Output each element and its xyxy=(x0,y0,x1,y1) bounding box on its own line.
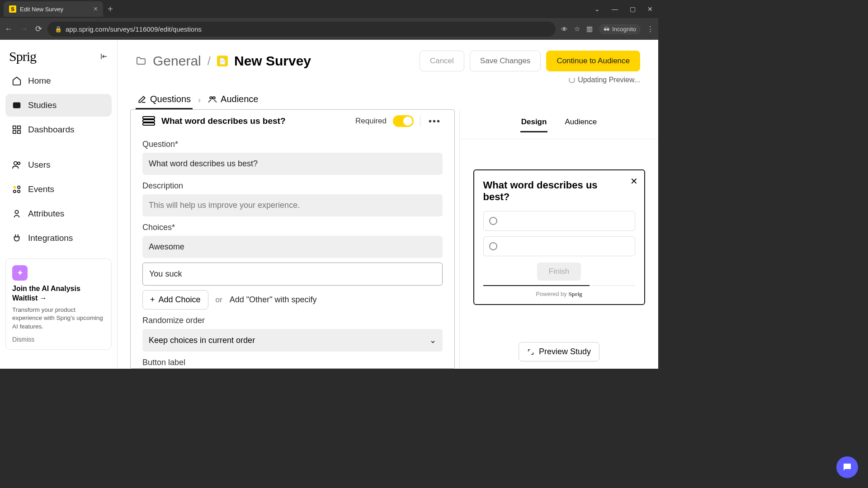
reload-icon[interactable]: ⟳ xyxy=(35,24,42,34)
dashboards-icon xyxy=(12,125,22,135)
ai-card-dismiss[interactable]: Dismiss xyxy=(12,336,105,343)
widget-option[interactable] xyxy=(483,236,635,256)
browser-chrome: S Edit New Survey × + ⌄ — ▢ ✕ ← → ⟳ 🔒 ap… xyxy=(0,0,658,40)
studies-icon xyxy=(12,100,22,110)
progress-bar xyxy=(483,285,635,286)
tab-audience[interactable]: Audience xyxy=(206,90,260,109)
svg-point-13 xyxy=(213,97,215,99)
kebab-icon[interactable]: ⋮ xyxy=(647,25,654,33)
editor-column: 4 What word describes us best? Required … xyxy=(118,109,459,369)
sidebar-item-integrations[interactable]: Integrations xyxy=(5,227,112,249)
question-field-label: Question* xyxy=(142,140,443,149)
preview-tab-audience[interactable]: Audience xyxy=(564,116,598,132)
sidebar-item-attributes[interactable]: Attributes xyxy=(5,202,112,225)
collapse-icon[interactable] xyxy=(100,52,108,61)
add-choice-button[interactable]: + Add Choice xyxy=(142,290,208,310)
chevron-down-icon: ⌄ xyxy=(429,335,436,345)
ai-card-title[interactable]: Join the AI Analysis Waitlist → xyxy=(12,284,105,303)
question-input[interactable] xyxy=(142,153,443,175)
incognito-badge[interactable]: 🕶 Incognito xyxy=(599,24,641,34)
sidebar-item-users[interactable]: Users xyxy=(5,154,112,176)
add-other-link[interactable]: Add "Other" with specify xyxy=(230,295,317,305)
updating-preview-status: Updating Preview... xyxy=(118,71,658,84)
continue-button[interactable]: Continue to Audience xyxy=(546,51,640,71)
randomize-select[interactable]: Keep choices in current order ⌄ xyxy=(142,329,443,352)
multiple-choice-icon xyxy=(142,116,155,126)
svg-point-5 xyxy=(14,162,17,165)
wizard-tabs: Questions › Audience xyxy=(118,84,658,109)
plus-icon: + xyxy=(150,295,155,305)
svg-rect-2 xyxy=(18,126,20,129)
attributes-icon xyxy=(12,209,22,219)
breadcrumb: General / 📄 New Survey Cancel Save Chang… xyxy=(136,51,640,71)
panel-icon[interactable]: ▥ xyxy=(586,25,593,33)
required-toggle[interactable] xyxy=(393,115,414,127)
preview-column: Design Audience ✕ What word describes us… xyxy=(459,109,658,369)
eye-off-icon[interactable]: 👁 xyxy=(561,25,568,33)
edit-icon xyxy=(137,95,146,104)
svg-point-10 xyxy=(18,190,20,193)
sidebar-item-label: Attributes xyxy=(28,209,64,219)
choice-input-1[interactable] xyxy=(142,236,443,258)
url-text: app.sprig.com/surveys/116009/edit/questi… xyxy=(66,25,202,33)
tab-label: Questions xyxy=(150,94,191,104)
app: Sprig Home Studies Dashboards Users Even… xyxy=(0,40,658,369)
back-icon[interactable]: ← xyxy=(5,24,13,34)
sidebar-item-label: Dashboards xyxy=(28,125,74,135)
cancel-button[interactable]: Cancel xyxy=(420,51,464,71)
sidebar-item-label: Home xyxy=(28,76,51,86)
preview-study-label: Preview Study xyxy=(539,347,591,357)
finish-button[interactable]: Finish xyxy=(537,263,581,281)
preview-body: ✕ What word describes us best? Finish Po… xyxy=(460,139,658,335)
close-icon[interactable]: × xyxy=(94,5,98,13)
breadcrumb-folder[interactable]: General xyxy=(153,53,201,69)
choices-field-label: Choices* xyxy=(142,223,443,232)
tab-favicon: S xyxy=(9,5,16,13)
powered-prefix: Powered by xyxy=(536,291,568,297)
new-tab-button[interactable]: + xyxy=(103,4,118,14)
spinner-icon xyxy=(569,77,575,83)
url-field[interactable]: 🔒 app.sprig.com/surveys/116009/edit/ques… xyxy=(47,22,556,37)
window-controls: ⌄ — ▢ ✕ xyxy=(593,4,655,14)
sidebar-item-studies[interactable]: Studies xyxy=(5,94,112,117)
save-changes-button[interactable]: Save Changes xyxy=(470,51,541,71)
svg-point-12 xyxy=(210,97,212,99)
sidebar-item-events[interactable]: Events xyxy=(5,178,112,201)
close-icon[interactable]: ✕ xyxy=(630,176,638,187)
maximize-icon[interactable]: ▢ xyxy=(628,4,637,14)
main: General / 📄 New Survey Cancel Save Chang… xyxy=(118,40,658,369)
preview-study-button[interactable]: Preview Study xyxy=(519,342,599,361)
minimize-icon[interactable]: — xyxy=(610,4,620,14)
powered-brand: Sprig xyxy=(568,291,582,297)
sidebar-item-dashboards[interactable]: Dashboards xyxy=(5,118,112,141)
star-icon[interactable]: ☆ xyxy=(574,25,580,33)
button-label-label: Button label xyxy=(142,358,443,367)
chevron-down-icon[interactable]: ⌄ xyxy=(593,4,602,14)
add-choice-label: Add Choice xyxy=(159,295,201,305)
editor-scroll[interactable]: 4 What word describes us best? Required … xyxy=(130,109,455,369)
updating-text: Updating Preview... xyxy=(578,76,640,84)
question-header: What word describes us best? Required ••… xyxy=(142,115,443,133)
sparkle-icon: ✦ xyxy=(12,265,28,281)
window-close-icon[interactable]: ✕ xyxy=(646,4,655,14)
more-icon[interactable]: ••• xyxy=(427,116,443,127)
page-title: New Survey xyxy=(234,53,311,69)
tab-title: Edit New Survey xyxy=(20,6,63,13)
powered-by: Powered by Sprig xyxy=(483,291,635,298)
svg-rect-0 xyxy=(13,103,21,108)
browser-tab[interactable]: S Edit New Survey × xyxy=(4,1,103,17)
description-input[interactable] xyxy=(142,194,443,216)
widget-option[interactable] xyxy=(483,211,635,231)
svg-rect-14 xyxy=(143,117,155,119)
content: 4 What word describes us best? Required … xyxy=(118,109,658,369)
choice-input-2[interactable] xyxy=(142,263,443,286)
svg-rect-3 xyxy=(13,131,16,133)
incognito-label: Incognito xyxy=(612,26,636,33)
preview-tab-design[interactable]: Design xyxy=(520,116,548,132)
tab-questions[interactable]: Questions xyxy=(136,90,193,109)
svg-rect-1 xyxy=(13,126,16,129)
choice-row xyxy=(142,263,443,286)
sidebar-item-home[interactable]: Home xyxy=(5,70,112,92)
add-choice-row: + Add Choice or Add "Other" with specify xyxy=(142,290,443,310)
lock-icon: 🔒 xyxy=(55,26,62,33)
